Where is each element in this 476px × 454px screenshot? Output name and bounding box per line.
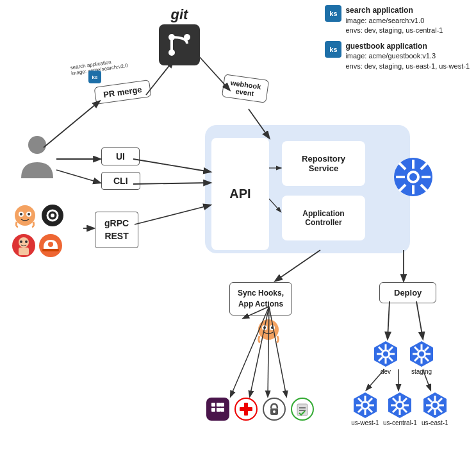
us-east-k8s-wrap: us-east-1 (421, 391, 449, 426)
svg-point-17 (20, 240, 22, 243)
grpc-rest-box: gRPCREST (95, 212, 138, 248)
dev-k8s-icon (372, 340, 400, 368)
octopus-agent-icon (255, 318, 282, 353)
svg-line-113 (133, 183, 210, 184)
svg-point-24 (409, 173, 417, 181)
svg-rect-0 (159, 24, 200, 65)
svg-line-115 (135, 205, 210, 224)
staging-k8s-wrap: staging (407, 340, 436, 375)
svg-point-50 (273, 410, 275, 413)
svg-rect-4 (170, 37, 173, 53)
svg-point-10 (28, 213, 30, 215)
bot-icons (12, 204, 88, 258)
svg-point-5 (28, 136, 46, 154)
circleci-icon (41, 204, 64, 227)
svg-line-130 (416, 301, 423, 339)
guestbook-app-card: ks guestbook application image: acme/gue… (325, 41, 470, 72)
deploy-k8s-top: dev staging (372, 340, 436, 375)
app-controller-box: Application Controller (282, 196, 365, 240)
ui-box: UI (101, 147, 140, 165)
k8s-wheel-icon (393, 157, 433, 199)
cli-box: CLI (101, 172, 140, 190)
pr-merge-box: PR merge (94, 80, 152, 105)
robot-icon (12, 204, 38, 231)
svg-point-9 (20, 213, 22, 215)
svg-rect-44 (220, 408, 224, 412)
svg-point-33 (258, 319, 279, 340)
svg-line-112 (133, 159, 210, 172)
person-icon (18, 133, 56, 181)
us-central-k8s-icon (386, 391, 414, 419)
svg-point-21 (48, 242, 53, 247)
svg-rect-20 (42, 249, 59, 251)
svg-rect-39 (211, 403, 215, 407)
search-app-icon: ks (325, 5, 341, 22)
lock-icon (263, 398, 286, 421)
svg-point-57 (383, 351, 388, 357)
staging-k8s-icon (407, 340, 436, 368)
svg-rect-47 (244, 403, 248, 416)
guestbook-app-info: guestbook application image: acme/guestb… (345, 41, 470, 72)
health-icon (234, 398, 258, 421)
diagram: git ks search application image: acme/se… (0, 0, 476, 454)
webhook-event-box: webhookevent (222, 74, 269, 103)
helmet-icon (38, 233, 63, 258)
search-app-card: ks search application image: acme/search… (325, 5, 470, 36)
svg-point-79 (363, 403, 368, 408)
svg-rect-40 (211, 408, 215, 412)
api-box: API (211, 138, 269, 250)
svg-rect-42 (217, 408, 220, 412)
deploy-box: Deploy (379, 282, 436, 303)
svg-point-68 (419, 351, 424, 357)
sync-hooks-box: Sync Hooks,App Actions (229, 282, 292, 315)
svg-point-36 (263, 326, 266, 329)
git-label: git (159, 6, 200, 23)
app-cards: ks search application image: acme/search… (325, 5, 470, 71)
svg-point-13 (51, 214, 54, 217)
us-west-k8s-icon (351, 391, 379, 419)
svg-rect-16 (19, 248, 29, 255)
svg-point-90 (397, 403, 402, 408)
us-central-k8s-wrap: us-central-1 (383, 391, 417, 426)
guestbook-app-icon: ks (325, 41, 341, 58)
deploy-k8s-bottom: us-west-1 us-central-1 (351, 391, 449, 426)
checklist-icon (291, 398, 314, 421)
jenkins-icon (12, 233, 36, 258)
us-east-k8s-icon (421, 391, 449, 419)
svg-point-37 (271, 326, 274, 329)
svg-point-18 (25, 240, 28, 243)
user-figure (18, 133, 56, 184)
svg-point-6 (15, 205, 35, 226)
svg-rect-43 (220, 403, 224, 407)
dev-k8s-wrap: dev (372, 340, 400, 375)
git-branch-icon (159, 24, 200, 65)
slack-icon (206, 398, 229, 421)
git-logo: git (159, 6, 200, 68)
svg-rect-41 (217, 403, 220, 407)
repo-service-box: Repository Service (282, 141, 365, 186)
svg-line-111 (56, 170, 100, 183)
us-west-k8s-wrap: us-west-1 (351, 391, 379, 426)
svg-line-129 (388, 301, 390, 339)
svg-line-123 (275, 250, 320, 281)
search-app-info: search application image: acme/search:v1… (345, 5, 443, 36)
bottom-tool-icons (206, 398, 314, 421)
commit-ks-icon: ks (88, 71, 101, 83)
svg-point-101 (432, 403, 438, 408)
